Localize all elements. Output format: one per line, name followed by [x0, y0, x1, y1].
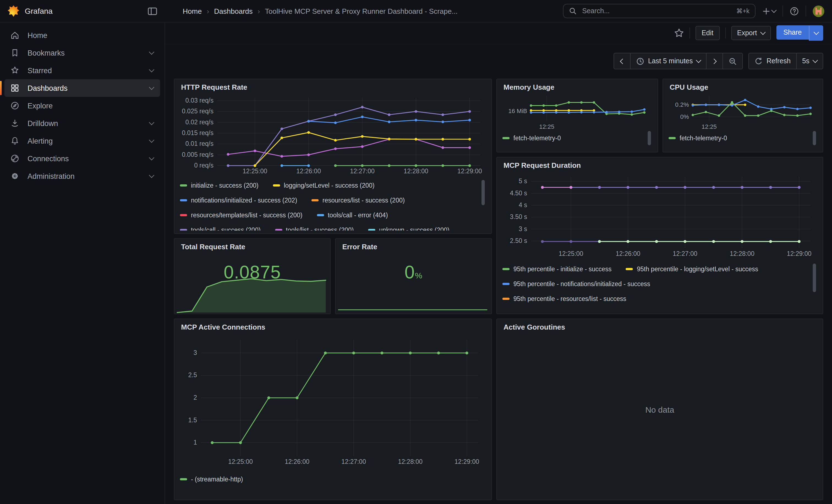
panel-title[interactable]: Error Rate: [336, 239, 491, 253]
svg-text:12:28:00: 12:28:00: [730, 250, 754, 257]
legend-item[interactable]: unknown - success (200): [368, 227, 449, 231]
legend-item[interactable]: 95th percentile - initialize - success: [502, 265, 612, 272]
dashboard-content: Edit Export Share Last 5 minutes: [165, 22, 832, 504]
sidebar-item-home[interactable]: Home: [4, 26, 160, 44]
breadcrumb-dashboards[interactable]: Dashboards: [214, 7, 253, 15]
breadcrumb-home[interactable]: Home: [183, 7, 202, 15]
legend-swatch: [502, 297, 510, 299]
legend-scrollbar-thumb[interactable]: [813, 131, 816, 145]
toggle-sidebar-icon[interactable]: [148, 6, 157, 16]
chevron-down-icon[interactable]: [149, 137, 154, 143]
topbar-actions: ⌘+k: [563, 4, 832, 18]
legend-item[interactable]: tools/call - error (404): [317, 212, 388, 218]
chevron-down-icon[interactable]: [149, 173, 154, 178]
svg-text:12:25: 12:25: [702, 123, 717, 130]
export-button[interactable]: Export: [731, 26, 771, 40]
grafana-logo-icon[interactable]: [8, 5, 19, 17]
panel-mcp-active-connections: MCP Active Connections 12:25:0012:26:001…: [174, 319, 492, 500]
share-menu-button[interactable]: [809, 25, 823, 41]
add-new-button[interactable]: [762, 7, 776, 15]
legend-item[interactable]: initialize - success (200): [180, 182, 258, 188]
chevron-right-icon: [711, 58, 717, 64]
share-button[interactable]: Share: [776, 25, 809, 39]
chevron-down-icon[interactable]: [149, 155, 154, 160]
chevron-down-icon: [813, 29, 819, 35]
sidebar-item-drilldown[interactable]: Drilldown: [4, 114, 160, 132]
favorite-star-button[interactable]: [674, 28, 684, 38]
chevron-down-icon[interactable]: [149, 49, 154, 55]
svg-text:1: 1: [193, 439, 197, 446]
zoom-out-button[interactable]: [723, 53, 743, 69]
chevron-down-icon[interactable]: [149, 84, 154, 90]
cpu-usage-chart[interactable]: 12:250.2%0%: [670, 91, 817, 130]
star-icon: [10, 65, 20, 75]
avatar[interactable]: [813, 5, 824, 17]
help-button[interactable]: [790, 6, 799, 16]
svg-text:12:26:00: 12:26:00: [616, 250, 641, 257]
panel-title[interactable]: MCP Request Duration: [497, 157, 823, 171]
home-icon: [10, 30, 20, 40]
panel-title[interactable]: Total Request Rate: [175, 239, 330, 253]
legend-item[interactable]: notifications/initialized - success (202…: [180, 197, 297, 203]
svg-text:3: 3: [193, 349, 197, 356]
legend-item[interactable]: tools/list - success (200): [275, 227, 354, 231]
legend-scrollbar-thumb[interactable]: [813, 264, 816, 292]
panel-active-goroutines: Active Goroutines No data: [496, 319, 823, 500]
legend-scrollbar-thumb[interactable]: [648, 131, 651, 145]
svg-text:4 s: 4 s: [519, 202, 527, 209]
legend-item[interactable]: tools/call - success (200): [180, 227, 261, 231]
memory-usage-chart[interactable]: 12:2516 MiB: [503, 91, 651, 130]
mcp-request-duration-chart[interactable]: 12:25:0012:26:0012:27:0012:28:0012:29:00…: [503, 171, 817, 260]
legend-item[interactable]: fetch-telemetry-0: [669, 135, 727, 141]
sidebar-item-bookmarks[interactable]: Bookmarks: [4, 44, 160, 62]
legend-item[interactable]: 95th percentile - resources/list - succe…: [502, 295, 626, 302]
sidebar-item-explore[interactable]: Explore: [4, 97, 160, 114]
sidebar-item-starred[interactable]: Starred: [4, 62, 160, 79]
compass-icon: [10, 101, 20, 111]
panel-title[interactable]: HTTP Request Rate: [175, 79, 491, 93]
legend-item[interactable]: - (streamable-http): [180, 476, 243, 482]
svg-text:12:28:00: 12:28:00: [398, 458, 423, 465]
legend-swatch: [502, 137, 510, 139]
time-range-picker[interactable]: Last 5 minutes: [630, 53, 706, 69]
search-input[interactable]: ⌘+k: [563, 4, 755, 18]
brand: Grafana: [0, 5, 165, 17]
legend-item[interactable]: fetch-telemetry-0: [502, 135, 561, 141]
refresh-button[interactable]: Refresh: [748, 53, 796, 69]
panel-title[interactable]: MCP Active Connections: [175, 319, 491, 333]
legend-item[interactable]: 95th percentile - notifications/initiali…: [502, 280, 650, 287]
mcp-active-connections-chart[interactable]: 12:25:0012:26:0012:27:0012:28:0012:29:00…: [181, 333, 486, 471]
sidebar-item-dashboards[interactable]: Dashboards: [4, 79, 160, 97]
legend-swatch: [180, 184, 187, 186]
sidebar-item-administration[interactable]: Administration: [4, 167, 160, 185]
search-field[interactable]: [581, 7, 732, 16]
dashboard-toolbar: Edit Export Share: [165, 22, 832, 45]
svg-text:12:26:00: 12:26:00: [285, 458, 310, 465]
sidebar-item-alerting[interactable]: Alerting: [4, 132, 160, 150]
time-forward-button[interactable]: [706, 53, 723, 69]
legend-swatch: [368, 229, 375, 231]
time-back-button[interactable]: [613, 53, 630, 69]
legend-item[interactable]: resources/list - success (200): [311, 197, 405, 203]
gear-icon: [10, 171, 20, 181]
sidebar-item-connections[interactable]: Connections: [4, 150, 160, 167]
chevron-down-icon[interactable]: [149, 67, 154, 72]
legend-item[interactable]: logging/setLevel - success (200): [272, 182, 374, 188]
edit-button[interactable]: Edit: [696, 26, 720, 40]
legend-item[interactable]: 95th percentile - logging/setLevel - suc…: [626, 265, 758, 272]
http-request-rate-chart[interactable]: 12:25:0012:26:0012:27:0012:28:0012:29:00…: [181, 93, 486, 177]
share-split-button: Share: [776, 25, 823, 41]
panel-title[interactable]: Memory Usage: [497, 79, 657, 91]
chevron-down-icon: [696, 57, 701, 63]
panel-title[interactable]: CPU Usage: [663, 79, 823, 91]
brand-name: Grafana: [25, 7, 53, 16]
chevron-down-icon[interactable]: [149, 120, 154, 125]
legend-swatch: [502, 268, 510, 270]
legend-swatch: [180, 199, 187, 201]
drilldown-icon: [10, 118, 20, 128]
question-icon: [790, 6, 799, 16]
legend-scrollbar-thumb[interactable]: [482, 180, 485, 205]
refresh-interval-picker[interactable]: 5s: [796, 53, 823, 69]
legend-item[interactable]: resources/templates/list - success (200): [180, 212, 302, 218]
sidebar: Home Bookmarks Starred Dashboards Explor…: [0, 22, 165, 504]
